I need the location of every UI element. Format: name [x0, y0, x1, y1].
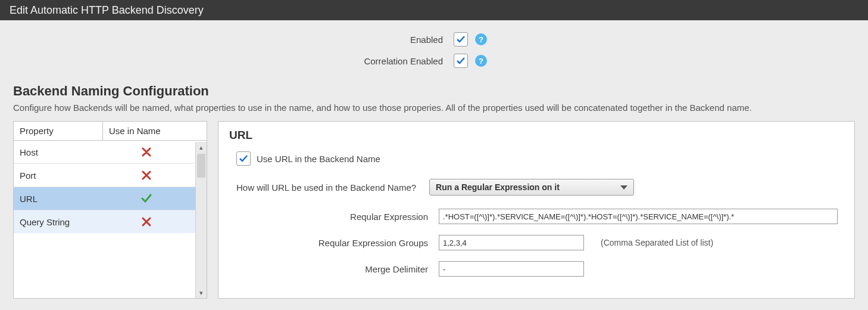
use-url-label: Use URL in the Backend Name [257, 154, 380, 164]
how-dropdown[interactable]: Run a Regular Expression on it [429, 179, 634, 196]
detail-panel: URL Use URL in the Backend Name How will… [218, 121, 855, 299]
property-table-header: Property Use in Name [14, 122, 207, 141]
groups-label: Reqular Expression Groups [236, 238, 439, 248]
use-url-row: Use URL in the Backend Name [236, 151, 844, 166]
property-name: Query String [14, 217, 103, 227]
check-icon [456, 35, 466, 44]
check-icon [456, 56, 466, 66]
scroll-up-icon[interactable]: ▴ [196, 142, 207, 153]
correlation-checkbox[interactable] [454, 54, 468, 68]
merge-row: Merge Delimiter [236, 261, 844, 277]
scroll-thumb[interactable] [197, 154, 205, 178]
table-row[interactable]: Port [14, 164, 207, 187]
merge-label: Merge Delimiter [236, 264, 439, 274]
property-name: URL [14, 194, 103, 204]
naming-section: Backend Naming Configuration Configure h… [0, 76, 868, 113]
use-cell [103, 216, 207, 227]
x-icon [141, 216, 152, 227]
enabled-label: Enabled [0, 35, 454, 45]
dialog-title: Edit Automatic HTTP Backend Discovery [0, 0, 868, 20]
property-table: Property Use in Name Host Port URL [13, 121, 207, 299]
table-row[interactable]: Query String [14, 210, 207, 233]
scrollbar[interactable]: ▴ ▾ [195, 142, 207, 298]
x-icon [141, 147, 152, 157]
how-row: How will URL be used in the Backend Name… [236, 179, 844, 196]
help-icon[interactable]: ? [475, 33, 487, 45]
use-url-checkbox[interactable] [236, 151, 251, 166]
regex-input[interactable] [439, 209, 838, 224]
use-cell [103, 147, 207, 157]
property-name: Port [14, 170, 103, 181]
enabled-row: Enabled ? [0, 29, 868, 50]
detail-title: URL [229, 129, 844, 142]
groups-input[interactable] [439, 235, 584, 250]
correlation-row: Correlation Enabled ? [0, 50, 868, 72]
chevron-down-icon [620, 185, 627, 190]
use-cell [103, 193, 207, 204]
groups-row: Reqular Expression Groups (Comma Separat… [236, 235, 844, 250]
scroll-down-icon[interactable]: ▾ [196, 287, 207, 298]
col-use-in-name: Use in Name [103, 122, 207, 140]
top-toggles: Enabled ? Correlation Enabled ? [0, 20, 868, 76]
groups-hint: (Comma Separated List of list) [601, 238, 713, 247]
help-icon[interactable]: ? [475, 55, 487, 67]
check-icon [141, 193, 152, 204]
col-property: Property [14, 122, 103, 140]
regex-label: Reqular Expression [236, 212, 439, 222]
table-row[interactable]: Host [14, 141, 207, 164]
section-heading: Backend Naming Configuration [13, 83, 855, 99]
enabled-checkbox[interactable] [454, 32, 468, 46]
property-name: Host [14, 147, 103, 157]
how-label: How will URL be used in the Backend Name… [236, 182, 416, 193]
correlation-label: Correlation Enabled [0, 56, 454, 66]
x-icon [141, 170, 152, 181]
regex-row: Reqular Expression [236, 209, 844, 224]
table-row[interactable]: URL [14, 187, 207, 210]
section-description: Configure how Backends will be named, wh… [13, 103, 855, 113]
use-cell [103, 170, 207, 181]
check-icon [239, 154, 248, 163]
merge-input[interactable] [439, 261, 584, 277]
dropdown-value: Run a Regular Expression on it [436, 182, 560, 192]
